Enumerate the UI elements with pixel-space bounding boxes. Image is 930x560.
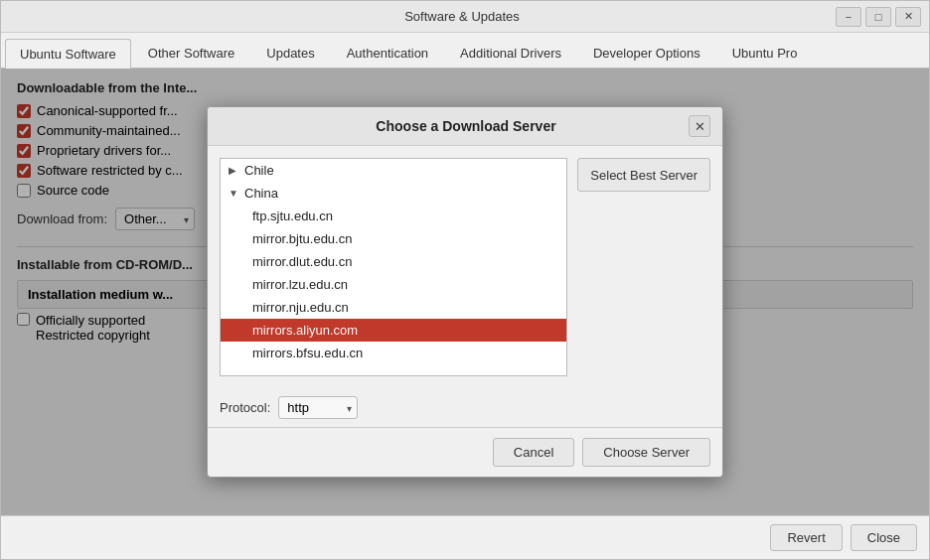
server-group-china-header[interactable]: ▼ China (221, 182, 566, 205)
tab-ubuntu-pro[interactable]: Ubuntu Pro (717, 38, 813, 68)
server-item-mirrors-aliyun[interactable]: mirrors.aliyun.com (221, 319, 566, 342)
cancel-button[interactable]: Cancel (493, 438, 574, 467)
server-group-chile: ▶ Chile (221, 159, 566, 182)
modal-protocol-row: Protocol: http ftp ▾ (208, 388, 722, 427)
tab-additional-drivers[interactable]: Additional Drivers (445, 38, 576, 68)
choose-server-button[interactable]: Choose Server (582, 438, 710, 467)
close-window-button[interactable]: ✕ (895, 7, 921, 27)
server-item-mirror-bjtu[interactable]: mirror.bjtu.edu.cn (221, 227, 566, 250)
protocol-select[interactable]: http ftp (278, 396, 358, 419)
server-item-ftp-sjtu[interactable]: ftp.sjtu.edu.cn (221, 205, 566, 227)
main-footer: Revert Close (1, 515, 929, 559)
tabbar: Ubuntu Software Other Software Updates A… (1, 33, 929, 69)
server-item-mirror-dlut[interactable]: mirror.dlut.edu.cn (221, 250, 566, 273)
minimize-button[interactable]: − (836, 7, 861, 27)
tab-developer-options[interactable]: Developer Options (578, 38, 715, 68)
window-controls: − □ ✕ (836, 7, 921, 27)
tab-ubuntu-software[interactable]: Ubuntu Software (5, 39, 131, 69)
modal-footer: Cancel Choose Server (208, 427, 722, 477)
server-group-chile-header[interactable]: ▶ Chile (221, 159, 566, 182)
server-list-container[interactable]: ▶ Chile ▼ China (220, 158, 567, 376)
chevron-right-icon: ▶ (229, 165, 240, 176)
main-content: Downloadable from the Inte... Canonical-… (1, 69, 929, 515)
close-button[interactable]: Close (851, 524, 917, 551)
modal-header: Choose a Download Server ✕ (208, 107, 722, 146)
protocol-select-wrapper: http ftp ▾ (278, 396, 358, 419)
window-title: Software & Updates (88, 9, 836, 24)
server-item-mirror-nju[interactable]: mirror.nju.edu.cn (221, 296, 566, 319)
protocol-label: Protocol: (220, 400, 270, 415)
modal-close-button[interactable]: ✕ (689, 115, 710, 137)
server-item-mirrors-bfsu[interactable]: mirrors.bfsu.edu.cn (221, 342, 566, 364)
maximize-button[interactable]: □ (865, 7, 891, 27)
tab-other-software[interactable]: Other Software (133, 38, 249, 68)
tab-updates[interactable]: Updates (251, 38, 329, 68)
server-list: ▶ Chile ▼ China (221, 159, 566, 364)
revert-button[interactable]: Revert (770, 524, 842, 551)
tab-authentication[interactable]: Authentication (332, 38, 443, 68)
choose-server-dialog: Choose a Download Server ✕ ▶ Chile (207, 106, 723, 478)
server-group-china: ▼ China ftp.sjtu.edu.cn mirror.bjtu.edu.… (221, 182, 566, 364)
modal-body: ▶ Chile ▼ China (208, 146, 722, 388)
main-window: Software & Updates − □ ✕ Ubuntu Software… (0, 0, 930, 560)
modal-title: Choose a Download Server (243, 118, 689, 134)
chevron-down-icon: ▼ (229, 188, 240, 199)
modal-overlay: Choose a Download Server ✕ ▶ Chile (1, 69, 929, 515)
titlebar: Software & Updates − □ ✕ (1, 1, 929, 33)
server-item-mirror-lzu[interactable]: mirror.lzu.edu.cn (221, 273, 566, 296)
select-best-server-button[interactable]: Select Best Server (577, 158, 710, 192)
